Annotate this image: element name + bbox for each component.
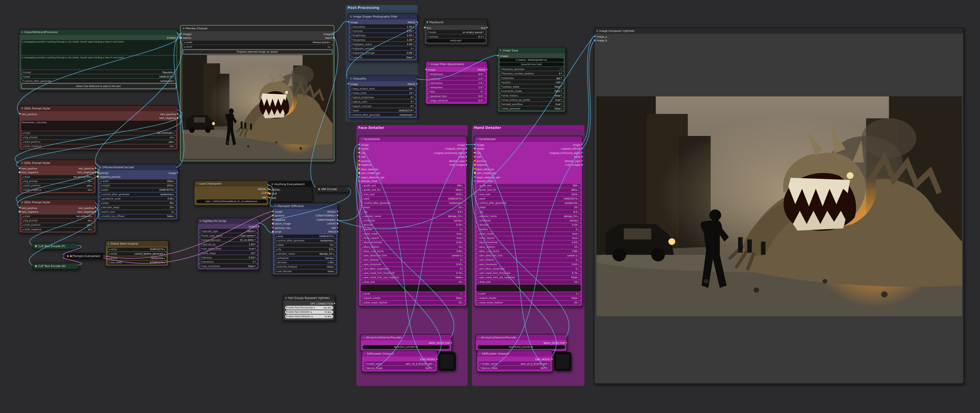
decrement-arrow-icon[interactable]: ◀ <box>351 96 352 98</box>
input-slot-dot[interactable] <box>347 21 349 23</box>
output-slot-dot[interactable] <box>334 303 335 304</box>
widget-value[interactable]: 0.93 <box>456 263 461 266</box>
widget-sharpness[interactable]: ◀sharpness1.00▶ <box>350 38 415 41</box>
widget-value[interactable]: 1664 <box>167 179 173 183</box>
decrement-arrow-icon[interactable]: ◀ <box>477 254 479 257</box>
increment-arrow-icon[interactable]: ▶ <box>413 113 414 116</box>
input-slot-dot[interactable] <box>594 36 595 37</box>
input-slot-dot[interactable] <box>358 164 360 166</box>
widget-hires_ckpt_name[interactable]: ◀hires_ckpt_name(use same)▶ <box>199 233 257 237</box>
widget-value[interactable]: 10 <box>574 245 577 248</box>
decrement-arrow-icon[interactable]: ◀ <box>477 276 479 279</box>
preview-image[interactable] <box>596 96 962 316</box>
decrement-arrow-icon[interactable]: ◀ <box>477 223 479 226</box>
widget-adjust_brightness[interactable]: ◀adjust_brightness0▶ <box>350 95 415 99</box>
increment-arrow-icon[interactable]: ▶ <box>483 31 484 33</box>
increment-arrow-icon[interactable]: ▶ <box>173 136 175 139</box>
decrement-arrow-icon[interactable]: ◀ <box>275 248 277 250</box>
input-slot-dot[interactable] <box>474 156 475 158</box>
widget-mode[interactable]: ◀modePopulate▶ <box>21 70 176 74</box>
widget-highpass_samples[interactable]: ◀highpass_samples1▶ <box>350 46 415 50</box>
decrement-arrow-icon[interactable]: ◀ <box>200 252 202 254</box>
widget-control_after_generate[interactable]: ◀control_after_generaterandomize▶ <box>360 201 465 205</box>
toggle-knob[interactable] <box>328 316 329 317</box>
widget-value[interactable]: randomize <box>151 257 163 260</box>
widget-value[interactable]: true <box>555 98 560 101</box>
toggle-knob[interactable] <box>328 311 329 313</box>
widget-log_prompt[interactable]: ◀log_promptno▶ <box>21 179 94 183</box>
node-header[interactable]: FaceDetailer <box>359 136 466 142</box>
node-hand-detailer-node[interactable]: FaceDetailerimageimagemodelcropped_refin… <box>474 136 582 306</box>
widget-value[interactable]: true <box>457 236 461 240</box>
widget-value[interactable]: 10 <box>409 91 412 94</box>
widget-style[interactable]: ◀stylesai-analog film▶ <box>21 175 94 179</box>
increment-arrow-icon[interactable]: ▶ <box>413 56 414 58</box>
widget-style_negative[interactable]: ◀style_negativeno▶ <box>21 188 94 191</box>
increment-arrow-icon[interactable]: ▶ <box>413 47 414 49</box>
collapse-dot[interactable] <box>21 31 23 33</box>
node-prompts-everywhere[interactable]: Prompts Everywhere <box>64 253 104 260</box>
widget-value[interactable]: 2 <box>171 210 173 213</box>
output-slot-dot[interactable] <box>95 172 96 173</box>
widget-value[interactable]: 1.00 <box>248 242 254 246</box>
widget-value[interactable]: 1024 <box>167 184 173 187</box>
widget-value[interactable]: 0.0 <box>478 99 482 102</box>
collapse-dot[interactable] <box>479 353 481 355</box>
increment-arrow-icon[interactable]: ▶ <box>413 96 414 98</box>
decrement-arrow-icon[interactable]: ◀ <box>22 219 24 222</box>
widget-value[interactable]: 8.0 <box>329 248 332 251</box>
widget-brightness[interactable]: ◀brightness0.0▶ <box>427 72 485 76</box>
input-slot-dot[interactable] <box>497 55 498 56</box>
widget-jpeg_artifact_level[interactable]: ◀jpeg_artifact_level95▶ <box>350 86 415 90</box>
decrement-arrow-icon[interactable]: ◀ <box>351 56 352 58</box>
toggle-left-arrow-icon[interactable]: ◀ <box>311 315 312 318</box>
widget-value[interactable]: false <box>555 107 560 110</box>
widget-value[interactable]: 0.70 <box>572 271 577 275</box>
widget-style_positive[interactable]: ◀style_positiveyes▶ <box>21 183 94 187</box>
textarea-widget[interactable]: a rampaging monster crashing through a c… <box>21 40 176 55</box>
widget-seed[interactable]: ◀seed164810274▶ <box>274 234 336 238</box>
widget-bbox_crop_factor[interactable]: ◀bbox_crop_factor3.00▶ <box>360 249 465 253</box>
text-widget[interactable]: [time(%Y-%m-%d)] <box>499 62 563 66</box>
node-ksampler-efficient[interactable]: KSampler (Efficient)modelMODELpositiveCO… <box>272 203 338 275</box>
widget-cycle[interactable]: ◀cycle1▶ <box>360 292 465 295</box>
decrement-arrow-icon[interactable]: ◀ <box>477 232 479 235</box>
node-header[interactable]: SAMLoader (Impact) <box>362 351 437 357</box>
widget-value[interactable]: center-1 <box>567 254 577 257</box>
increment-arrow-icon[interactable]: ▶ <box>462 250 463 252</box>
widget-value[interactable]: 1.00 <box>328 261 333 264</box>
widget-sam_detection_hint[interactable]: ◀sam_detection_hintcenter-1▶ <box>476 254 581 257</box>
increment-arrow-icon[interactable]: ▶ <box>462 206 463 209</box>
increment-arrow-icon[interactable]: ▶ <box>433 362 434 365</box>
widget-bbox_dilation[interactable]: ◀bbox_dilation10▶ <box>360 245 465 249</box>
widget-value[interactable]: karras <box>454 219 461 222</box>
decrement-arrow-icon[interactable]: ◀ <box>500 98 502 101</box>
widget-model_name[interactable]: ◀model_namesam_vit_b_01ec64.pth▶ <box>363 362 436 365</box>
widget-value[interactable]: 0 <box>460 258 461 262</box>
increment-arrow-icon[interactable]: ▶ <box>462 297 463 299</box>
widget-vae_decode[interactable]: ◀vae_decodetrue▶ <box>274 269 336 273</box>
text-widget[interactable]: bbox/hand_yolov8s.pt <box>477 345 565 349</box>
widget-guide_size[interactable]: ◀guide_size384▶ <box>360 183 465 187</box>
widget-value[interactable]: true <box>572 232 577 235</box>
widget-value[interactable]: 0.50 <box>248 255 254 258</box>
widget-batch_size[interactable]: ◀batch_size2▶ <box>99 210 176 214</box>
text-widget[interactable]: notify.mp3 <box>426 39 485 43</box>
widget-model_cpu_offload[interactable]: ◀model_cpu_offloadfalse▶ <box>99 214 176 218</box>
increment-arrow-icon[interactable]: ▶ <box>561 77 562 79</box>
increment-arrow-icon[interactable]: ▶ <box>255 234 256 236</box>
decrement-arrow-icon[interactable]: ◀ <box>362 232 363 235</box>
decrement-arrow-icon[interactable]: ◀ <box>22 223 24 226</box>
widget-value[interactable]: 1 <box>328 45 329 48</box>
increment-arrow-icon[interactable]: ▶ <box>413 25 414 27</box>
increment-arrow-icon[interactable]: ▶ <box>462 197 463 200</box>
increment-arrow-icon[interactable]: ▶ <box>255 242 256 245</box>
group-header[interactable]: Post-Processing <box>346 5 418 10</box>
widget-width[interactable]: ◀width1664▶ <box>99 179 176 183</box>
decrement-arrow-icon[interactable]: ◀ <box>100 202 102 204</box>
widget-value[interactable]: 0 <box>576 267 577 270</box>
widget-value[interactable]: (use same) <box>241 234 254 237</box>
increment-arrow-icon[interactable]: ▶ <box>462 228 463 231</box>
input-slot-dot[interactable] <box>474 168 475 170</box>
node-header[interactable]: VAE Encode <box>316 187 349 192</box>
